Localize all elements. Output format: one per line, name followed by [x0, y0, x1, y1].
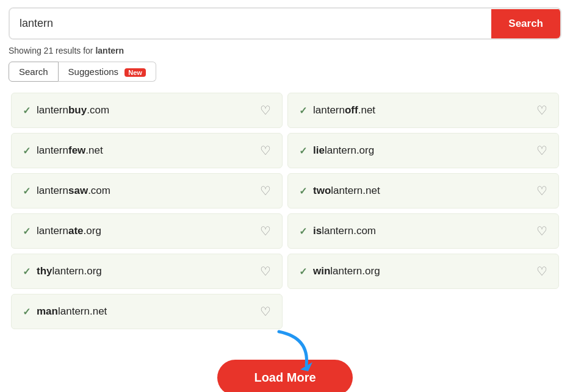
domain-item: ✓ lanternfew.net ♡ — [11, 133, 283, 168]
heart-button[interactable]: ♡ — [536, 103, 547, 118]
domain-name: lanternoff.net — [313, 104, 375, 116]
check-icon: ✓ — [299, 185, 307, 197]
domain-name: thylantern.org — [37, 265, 102, 277]
check-icon: ✓ — [299, 266, 307, 277]
search-input[interactable] — [10, 9, 491, 38]
domain-item: ✓ lanternate.org ♡ — [11, 213, 283, 249]
heart-button[interactable]: ♡ — [536, 264, 547, 279]
heart-button[interactable]: ♡ — [260, 143, 271, 158]
heart-button[interactable]: ♡ — [260, 224, 271, 238]
heart-button[interactable]: ♡ — [260, 184, 271, 198]
domain-name: lanternate.org — [37, 225, 101, 237]
domain-item: ✓ islantern.com ♡ — [287, 213, 559, 249]
domain-left: ✓ lanternfew.net — [23, 144, 103, 157]
domain-name: winlantern.org — [313, 265, 380, 277]
domain-name: manlantern.net — [37, 305, 107, 318]
domain-item: ✓ thylantern.org ♡ — [11, 254, 283, 289]
domain-left: ✓ thylantern.org — [23, 265, 102, 277]
domain-name: lanternfew.net — [37, 144, 103, 157]
check-icon: ✓ — [23, 145, 31, 157]
domain-item: ✓ manlantern.net ♡ — [11, 294, 283, 329]
results-count: Showing 21 results for lantern — [9, 46, 561, 55]
tab-search[interactable]: Search — [9, 62, 59, 82]
domain-item: ✓ lanternoff.net ♡ — [287, 93, 559, 128]
heart-button[interactable]: ♡ — [536, 184, 547, 198]
domain-item: ✓ lanternsaw.com ♡ — [11, 173, 283, 208]
results-count-prefix: Showing 21 results for — [9, 46, 93, 55]
domain-left: ✓ lanternbuy.com — [23, 104, 109, 116]
tab-new-badge: New — [124, 68, 146, 77]
domain-item: ✓ twolantern.net ♡ — [287, 173, 559, 208]
check-icon: ✓ — [23, 266, 31, 277]
domain-name: lanternsaw.com — [37, 185, 110, 197]
domain-item: ✓ lielantern.org ♡ — [287, 133, 559, 168]
domain-left: ✓ islantern.com — [299, 225, 376, 237]
domain-name: lielantern.org — [313, 144, 374, 157]
heart-button[interactable]: ♡ — [260, 304, 271, 319]
domain-left: ✓ lanternsaw.com — [23, 185, 110, 197]
domain-left: ✓ twolantern.net — [299, 185, 380, 197]
domain-name: lanternbuy.com — [37, 104, 109, 116]
results-keyword: lantern — [95, 46, 124, 55]
domain-grid: ✓ lanternbuy.com ♡ ✓ lanternoff.net ♡ ✓ … — [9, 90, 561, 332]
domain-left: ✓ lanternate.org — [23, 225, 101, 237]
check-icon: ✓ — [23, 185, 31, 197]
check-icon: ✓ — [299, 145, 307, 157]
domain-left: ✓ winlantern.org — [299, 265, 380, 277]
domain-item: ✓ lanternbuy.com ♡ — [11, 93, 283, 128]
heart-button[interactable]: ♡ — [536, 143, 547, 158]
check-icon: ✓ — [299, 105, 307, 116]
domain-item: ✓ winlantern.org ♡ — [287, 254, 559, 289]
check-icon: ✓ — [23, 306, 31, 318]
domain-name: twolantern.net — [313, 185, 380, 197]
arrow-annotation — [273, 326, 322, 377]
domain-left: ✓ manlantern.net — [23, 305, 107, 318]
heart-button[interactable]: ♡ — [536, 224, 547, 238]
tab-bar: Search Suggestions New — [9, 62, 561, 82]
check-icon: ✓ — [23, 226, 31, 237]
tab-suggestions[interactable]: Suggestions New — [59, 62, 156, 82]
search-bar: Search — [9, 7, 561, 40]
heart-button[interactable]: ♡ — [260, 103, 271, 118]
domain-left: ✓ lielantern.org — [299, 144, 374, 157]
domain-name: islantern.com — [313, 225, 376, 237]
domain-left: ✓ lanternoff.net — [299, 104, 375, 116]
heart-button[interactable]: ♡ — [260, 264, 271, 279]
check-icon: ✓ — [23, 105, 31, 116]
search-button[interactable]: Search — [491, 9, 560, 38]
check-icon: ✓ — [299, 226, 307, 237]
load-more-section: Load More — [0, 350, 570, 392]
